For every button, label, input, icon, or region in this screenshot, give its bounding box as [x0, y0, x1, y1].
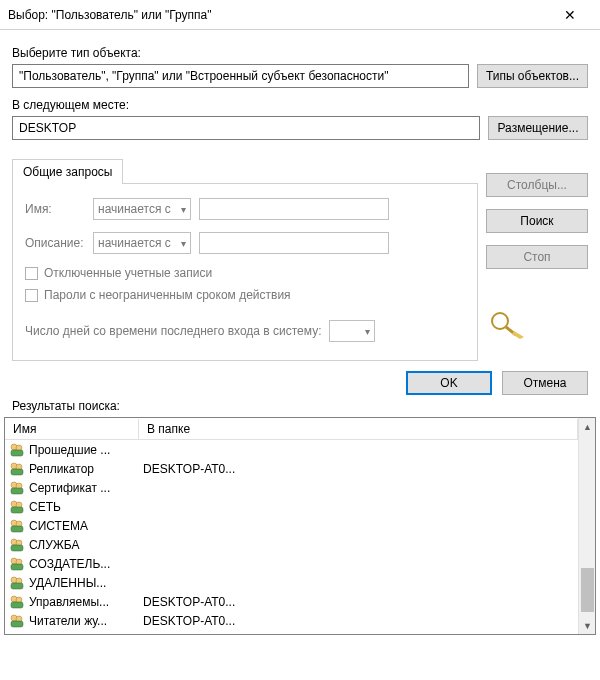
table-row[interactable]: Управляемы...DESKTOP-AT0...: [5, 592, 578, 611]
description-match-value: начинается с: [98, 236, 171, 250]
columns-button[interactable]: Столбцы...: [486, 173, 588, 197]
table-row[interactable]: Прошедшие ...: [5, 440, 578, 459]
result-name: Прошедшие ...: [29, 443, 143, 457]
checkbox-disabled-accounts-label: Отключенные учетные записи: [44, 266, 212, 280]
result-name: Управляемы...: [29, 595, 143, 609]
days-since-logon-combo[interactable]: ▾: [329, 320, 375, 342]
locations-button[interactable]: Размещение...: [488, 116, 588, 140]
location-field: DESKTOP: [12, 116, 480, 140]
tabs: Общие запросы: [12, 158, 478, 183]
result-folder: DESKTOP-AT0...: [143, 614, 235, 628]
scrollbar[interactable]: ▲ ▼: [578, 418, 595, 634]
svg-rect-7: [11, 469, 23, 475]
result-name: УДАЛЕННЫ...: [29, 576, 143, 590]
checkbox-disabled-accounts[interactable]: [25, 267, 38, 280]
chevron-down-icon: ▾: [181, 238, 186, 249]
table-row[interactable]: Сертификат ...: [5, 478, 578, 497]
result-name: СЕТЬ: [29, 500, 143, 514]
result-name: Сертификат ...: [29, 481, 143, 495]
group-icon: [9, 575, 25, 591]
group-icon: [9, 518, 25, 534]
svg-rect-13: [11, 507, 23, 513]
object-type-label: Выберите тип объекта:: [12, 46, 588, 60]
result-name: Репликатор: [29, 462, 143, 476]
svg-rect-22: [11, 564, 23, 570]
titlebar: Выбор: "Пользователь" или "Группа" ✕: [0, 0, 600, 30]
result-name: СИСТЕМА: [29, 519, 143, 533]
group-icon: [9, 537, 25, 553]
tab-panel-common: Имя: начинается с ▾ Описание: начинается…: [12, 183, 478, 361]
object-type-field: "Пользователь", "Группа" или "Встроенный…: [12, 64, 469, 88]
dialog-buttons: OK Отмена: [0, 361, 600, 399]
svg-rect-31: [11, 621, 23, 627]
window-title: Выбор: "Пользователь" или "Группа": [8, 8, 548, 22]
group-icon: [9, 480, 25, 496]
scroll-up-icon[interactable]: ▲: [579, 418, 596, 435]
cancel-button[interactable]: Отмена: [502, 371, 588, 395]
svg-rect-4: [11, 450, 23, 456]
days-since-logon-label: Число дней со времени последнего входа в…: [25, 324, 321, 338]
description-match-combo[interactable]: начинается с ▾: [93, 232, 191, 254]
location-label: В следующем месте:: [12, 98, 588, 112]
name-label: Имя:: [25, 202, 85, 216]
group-icon: [9, 556, 25, 572]
checkbox-nonexpiring-passwords-label: Пароли с неограниченным сроком действия: [44, 288, 291, 302]
table-row[interactable]: УДАЛЕННЫ...: [5, 573, 578, 592]
result-folder: DESKTOP-AT0...: [143, 462, 235, 476]
side-buttons: Столбцы... Поиск Стоп: [486, 173, 588, 339]
table-row[interactable]: Читатели жу...DESKTOP-AT0...: [5, 611, 578, 630]
scroll-thumb[interactable]: [581, 568, 594, 612]
chevron-down-icon: ▾: [365, 326, 370, 337]
result-folder: DESKTOP-AT0...: [143, 595, 235, 609]
name-match-combo[interactable]: начинается с ▾: [93, 198, 191, 220]
tab-common-queries[interactable]: Общие запросы: [12, 159, 123, 184]
results-list: Имя В папке Прошедшие ...РепликаторDESKT…: [4, 417, 596, 635]
group-icon: [9, 499, 25, 515]
ok-button[interactable]: OK: [406, 371, 492, 395]
group-icon: [9, 594, 25, 610]
svg-rect-28: [11, 602, 23, 608]
object-type-value: "Пользователь", "Группа" или "Встроенный…: [19, 69, 389, 83]
name-match-value: начинается с: [98, 202, 171, 216]
svg-rect-25: [11, 583, 23, 589]
table-row[interactable]: СЛУЖБА: [5, 535, 578, 554]
close-icon[interactable]: ✕: [548, 7, 592, 23]
checkbox-nonexpiring-passwords[interactable]: [25, 289, 38, 302]
group-icon: [9, 442, 25, 458]
result-name: Читатели жу...: [29, 614, 143, 628]
search-icon: [486, 309, 588, 339]
table-row[interactable]: СОЗДАТЕЛЬ...: [5, 554, 578, 573]
group-icon: [9, 613, 25, 629]
column-header-name[interactable]: Имя: [5, 419, 139, 439]
svg-point-0: [492, 313, 508, 329]
table-row[interactable]: СИСТЕМА: [5, 516, 578, 535]
description-label: Описание:: [25, 236, 85, 250]
description-input[interactable]: [199, 232, 389, 254]
result-name: СЛУЖБА: [29, 538, 143, 552]
svg-rect-16: [11, 526, 23, 532]
location-value: DESKTOP: [19, 121, 76, 135]
dialog-content: Выберите тип объекта: "Пользователь", "Г…: [0, 30, 600, 361]
stop-button[interactable]: Стоп: [486, 245, 588, 269]
table-row[interactable]: РепликаторDESKTOP-AT0...: [5, 459, 578, 478]
group-icon: [9, 461, 25, 477]
scroll-down-icon[interactable]: ▼: [579, 617, 596, 634]
svg-rect-19: [11, 545, 23, 551]
find-now-button[interactable]: Поиск: [486, 209, 588, 233]
column-header-folder[interactable]: В папке: [139, 419, 578, 439]
svg-rect-10: [11, 488, 23, 494]
chevron-down-icon: ▾: [181, 204, 186, 215]
object-types-button[interactable]: Типы объектов...: [477, 64, 588, 88]
results-label: Результаты поиска:: [0, 399, 600, 417]
results-header: Имя В папке: [5, 418, 578, 440]
table-row[interactable]: СЕТЬ: [5, 497, 578, 516]
result-name: СОЗДАТЕЛЬ...: [29, 557, 143, 571]
name-input[interactable]: [199, 198, 389, 220]
